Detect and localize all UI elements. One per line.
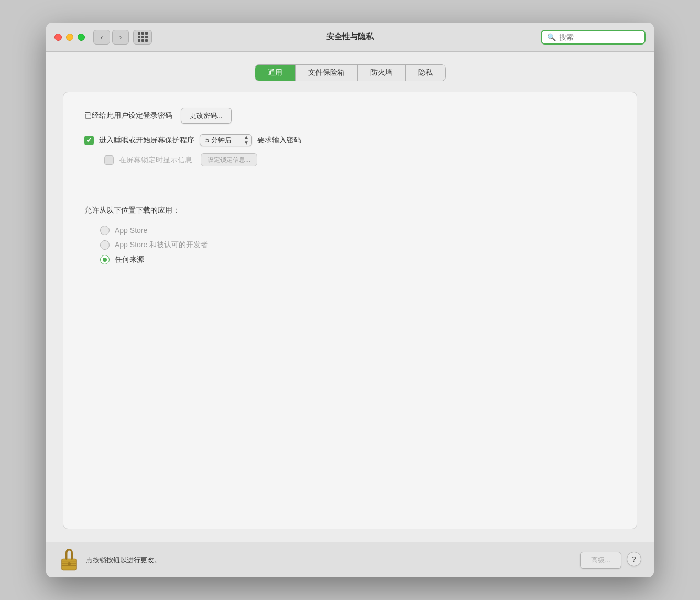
search-input[interactable] bbox=[559, 33, 639, 41]
radio-appstore[interactable] bbox=[100, 226, 110, 235]
sleep-dropdown[interactable]: 立即 1 分钟后 5 分钟后 15 分钟后 1 小时后 bbox=[200, 134, 252, 146]
show-message-row: 在屏幕锁定时显示信息 设定锁定信息... bbox=[84, 153, 616, 166]
sleep-checkbox-row: 进入睡眠或开始屏幕保护程序 立即 1 分钟后 5 分钟后 15 分钟后 1 小时… bbox=[84, 134, 616, 146]
bottom-buttons: 高级... ? bbox=[580, 552, 641, 569]
radio-group: App Store App Store 和被认可的开发者 任何来源 bbox=[100, 226, 616, 264]
close-button[interactable] bbox=[54, 34, 62, 41]
show-message-checkbox[interactable] bbox=[104, 155, 114, 165]
search-icon: 🔍 bbox=[547, 33, 556, 41]
help-button[interactable]: ? bbox=[627, 552, 641, 566]
tab-filevault[interactable]: 文件保险箱 bbox=[296, 65, 358, 81]
bottom-lock-text: 点按锁按钮以进行更改。 bbox=[86, 555, 580, 565]
sleep-checkbox[interactable] bbox=[84, 136, 94, 145]
search-box[interactable]: 🔍 bbox=[541, 30, 646, 45]
radio-appstore-row: App Store bbox=[100, 226, 616, 235]
radio-appstore-label: App Store bbox=[115, 226, 147, 235]
show-message-label: 在屏幕锁定时显示信息 bbox=[119, 155, 192, 165]
radio-anywhere-indicator bbox=[103, 258, 107, 262]
zoom-button[interactable] bbox=[78, 34, 85, 41]
lock-icon bbox=[59, 549, 80, 572]
section-divider bbox=[84, 190, 616, 190]
change-password-button[interactable]: 更改密码... bbox=[181, 108, 232, 124]
traffic-lights bbox=[54, 34, 85, 41]
minimize-button[interactable] bbox=[66, 34, 73, 41]
radio-anywhere[interactable] bbox=[100, 255, 110, 264]
tab-privacy[interactable]: 隐私 bbox=[406, 65, 445, 81]
grid-icon bbox=[138, 32, 148, 42]
main-window: ‹ › 安全性与隐私 🔍 通用 文件保险箱 防火墙 bbox=[46, 23, 654, 577]
apps-section-label: 允许从以下位置下载的应用： bbox=[84, 206, 616, 215]
tab-firewall[interactable]: 防火墙 bbox=[358, 65, 406, 81]
radio-anywhere-label: 任何来源 bbox=[115, 255, 144, 264]
tab-general[interactable]: 通用 bbox=[255, 65, 296, 81]
lock-icon-wrapper[interactable] bbox=[59, 549, 80, 572]
nav-buttons: ‹ › bbox=[93, 30, 129, 45]
advanced-button[interactable]: 高级... bbox=[580, 552, 621, 569]
settings-panel: 已经给此用户设定登录密码 更改密码... 进入睡眠或开始屏幕保护程序 立即 1 … bbox=[63, 92, 637, 529]
sleep-label: 进入睡眠或开始屏幕保护程序 bbox=[99, 136, 194, 145]
forward-icon: › bbox=[119, 33, 122, 41]
password-label: 已经给此用户设定登录密码 bbox=[84, 111, 172, 120]
radio-anywhere-row: 任何来源 bbox=[100, 255, 616, 264]
radio-appstore-dev-label: App Store 和被认可的开发者 bbox=[115, 240, 208, 250]
radio-appstore-dev-row: App Store 和被认可的开发者 bbox=[100, 240, 616, 250]
content-area: 通用 文件保险箱 防火墙 隐私 已经给此用户设定登录密码 更改密码... 进入睡… bbox=[46, 52, 654, 542]
forward-button[interactable]: › bbox=[112, 30, 129, 45]
radio-appstore-dev[interactable] bbox=[100, 240, 110, 250]
tab-bar: 通用 文件保险箱 防火墙 隐私 bbox=[63, 64, 637, 81]
window-title: 安全性与隐私 bbox=[326, 32, 374, 42]
tab-group: 通用 文件保险箱 防火墙 隐私 bbox=[255, 64, 446, 81]
set-message-button[interactable]: 设定锁定信息... bbox=[201, 153, 257, 166]
require-password-label: 要求输入密码 bbox=[257, 136, 301, 145]
bottom-bar: 点按锁按钮以进行更改。 高级... ? bbox=[46, 542, 654, 577]
back-icon: ‹ bbox=[101, 33, 103, 41]
titlebar: ‹ › 安全性与隐私 🔍 bbox=[46, 23, 654, 52]
svg-rect-5 bbox=[69, 564, 70, 566]
sleep-dropdown-wrapper: 立即 1 分钟后 5 分钟后 15 分钟后 1 小时后 ▲▼ bbox=[200, 134, 252, 146]
password-row: 已经给此用户设定登录密码 更改密码... bbox=[84, 108, 616, 124]
grid-button[interactable] bbox=[133, 30, 152, 45]
back-button[interactable]: ‹ bbox=[93, 30, 110, 45]
apps-section: 允许从以下位置下载的应用： App Store App Store 和被认可的开… bbox=[84, 206, 616, 264]
